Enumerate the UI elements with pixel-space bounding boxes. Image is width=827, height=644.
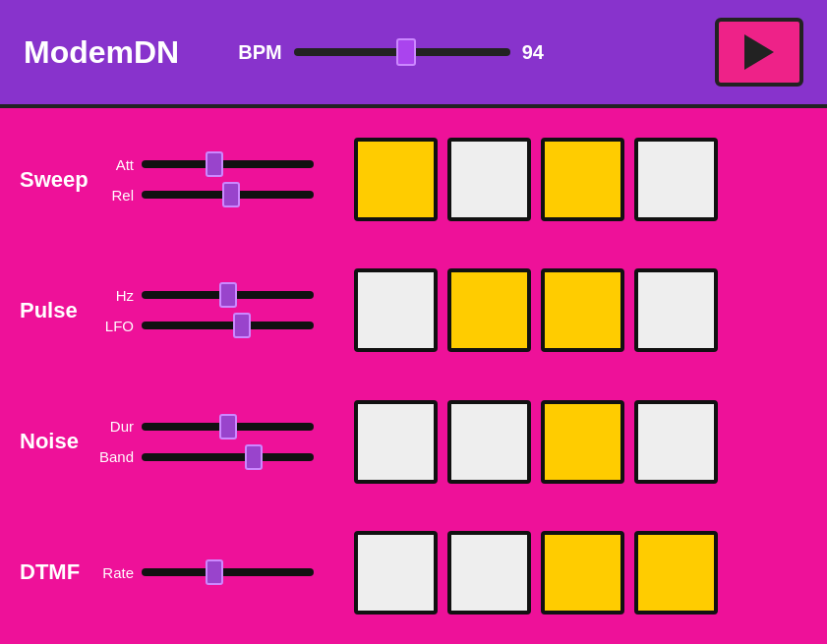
row-label-dtmf: DTMF [20, 559, 98, 585]
slider-label-pulse-1: LFO [98, 318, 134, 334]
slider-label-sweep-1: Rel [98, 187, 134, 204]
sliders-dtmf: Rate [98, 564, 334, 581]
slider-row-noise-0: Dur [98, 418, 334, 435]
button-grid-noise [354, 400, 718, 484]
grid-btn-noise-2[interactable] [541, 400, 624, 484]
slider-thumb-noise-0[interactable] [219, 414, 237, 439]
grid-btn-dtmf-3[interactable] [634, 531, 718, 615]
slider-thumb-pulse-0[interactable] [219, 282, 237, 308]
synth-row-pulse: PulseHzLFO [20, 249, 807, 372]
slider-thumb-sweep-1[interactable] [222, 182, 240, 207]
bpm-slider[interactable] [294, 48, 510, 56]
slider-row-noise-1: Band [98, 448, 334, 465]
grid-btn-noise-0[interactable] [354, 400, 438, 484]
synth-row-sweep: SweepAttRel [20, 118, 807, 241]
grid-btn-sweep-0[interactable] [354, 138, 438, 221]
bpm-label: BPM [238, 41, 281, 64]
grid-btn-dtmf-2[interactable] [541, 531, 624, 615]
bpm-slider-thumb[interactable] [396, 38, 416, 66]
header: ModemDN BPM 94 [0, 0, 827, 108]
slider-row-sweep-0: Att [98, 156, 334, 173]
button-grid-pulse [354, 268, 718, 352]
slider-row-pulse-0: Hz [98, 287, 334, 304]
slider-thumb-noise-1[interactable] [245, 444, 263, 470]
grid-btn-pulse-1[interactable] [447, 268, 531, 352]
sliders-pulse: HzLFO [98, 287, 334, 334]
slider-label-noise-1: Band [98, 448, 134, 465]
play-button[interactable] [715, 18, 803, 87]
slider-thumb-pulse-1[interactable] [233, 313, 251, 338]
grid-btn-dtmf-0[interactable] [354, 531, 438, 615]
synth-row-noise: NoiseDurBand [20, 381, 807, 503]
play-icon [744, 34, 774, 70]
slider-label-noise-0: Dur [98, 418, 134, 435]
grid-btn-sweep-2[interactable] [541, 138, 624, 221]
slider-thumb-sweep-0[interactable] [206, 151, 223, 177]
sliders-sweep: AttRel [98, 156, 334, 204]
grid-btn-dtmf-1[interactable] [447, 531, 531, 615]
slider-track-noise-0[interactable] [142, 423, 314, 431]
slider-thumb-dtmf-0[interactable] [206, 559, 223, 585]
slider-track-dtmf-0[interactable] [142, 568, 314, 576]
bpm-section: BPM 94 [238, 41, 715, 64]
slider-row-pulse-1: LFO [98, 318, 334, 334]
grid-btn-pulse-3[interactable] [634, 268, 718, 352]
slider-label-sweep-0: Att [98, 156, 134, 173]
slider-label-dtmf-0: Rate [98, 564, 134, 581]
row-label-noise: Noise [20, 429, 98, 454]
button-grid-dtmf [354, 531, 718, 615]
slider-track-pulse-0[interactable] [142, 291, 314, 299]
slider-label-pulse-0: Hz [98, 287, 134, 304]
slider-track-noise-1[interactable] [142, 453, 314, 461]
sliders-noise: DurBand [98, 418, 334, 465]
button-grid-sweep [354, 138, 718, 221]
row-label-pulse: Pulse [20, 298, 98, 323]
grid-btn-sweep-3[interactable] [634, 138, 718, 221]
slider-track-pulse-1[interactable] [142, 322, 314, 329]
slider-track-sweep-0[interactable] [142, 160, 314, 168]
grid-btn-noise-1[interactable] [447, 400, 531, 484]
row-label-sweep: Sweep [20, 167, 98, 193]
slider-row-dtmf-0: Rate [98, 564, 334, 581]
app-title: ModemDN [24, 34, 179, 71]
main-panel: SweepAttRelPulseHzLFONoiseDurBandDTMFRat… [0, 108, 827, 644]
grid-btn-pulse-0[interactable] [354, 268, 438, 352]
slider-track-sweep-1[interactable] [142, 191, 314, 199]
synth-row-dtmf: DTMFRate [20, 511, 807, 634]
slider-row-sweep-1: Rel [98, 187, 334, 204]
grid-btn-noise-3[interactable] [634, 400, 718, 484]
grid-btn-sweep-1[interactable] [447, 138, 531, 221]
grid-btn-pulse-2[interactable] [541, 268, 624, 352]
bpm-value: 94 [522, 41, 544, 64]
